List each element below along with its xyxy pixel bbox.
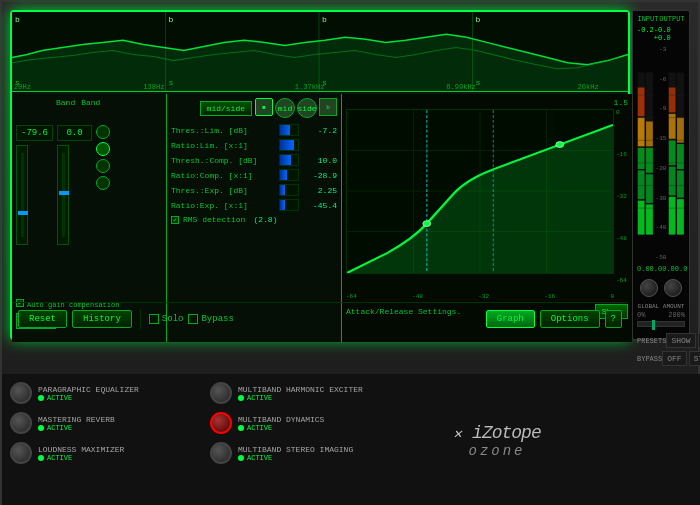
- vu-scale-15: -15: [656, 135, 667, 142]
- all-bands-button[interactable]: ■: [255, 98, 273, 116]
- mb-harmonic-status: ACTIVE: [247, 394, 272, 402]
- help-button[interactable]: ?: [605, 310, 622, 328]
- solo-label: Solo: [162, 314, 184, 324]
- mb-stereo-knob[interactable]: [210, 442, 232, 464]
- b-button[interactable]: b: [319, 98, 337, 116]
- param-bar-5[interactable]: [279, 184, 299, 196]
- vu-bars-container: -3 -6 -9 -15 -20 -30 -40 -50: [637, 46, 685, 261]
- param-label-6: Ratio:Exp. [x:1]: [171, 201, 276, 210]
- module-paragraphic-eq: PARAGRAPHIC EQUALIZER ACTIVE: [10, 382, 194, 404]
- compression-graph: [346, 109, 614, 274]
- param-bar-4[interactable]: [279, 169, 299, 181]
- global-amount-slider[interactable]: [637, 321, 685, 327]
- mb-harmonic-knob[interactable]: [210, 382, 232, 404]
- band-gain-slider[interactable]: [57, 145, 69, 245]
- param-row-comp-ratio: Ratio:Comp. [x:1] -28.9: [171, 169, 337, 181]
- spectrum-top: b b b b s s s s 20Hz 138Hz 1.37kHz 6.99k: [12, 12, 628, 92]
- loudness-max-knob[interactable]: [10, 442, 32, 464]
- param-label-3: Thresh.:Comp. [dB]: [171, 156, 276, 165]
- vu-knob-2[interactable]: [664, 279, 682, 297]
- izotope-brand: iZotope: [472, 423, 541, 443]
- vu-bottom-4: 0.0: [675, 265, 688, 273]
- history-button[interactable]: History: [72, 310, 132, 328]
- param-value-1: -7.2: [302, 126, 337, 135]
- stereo-button[interactable]: STEREO: [689, 351, 700, 366]
- param-bar-1[interactable]: [279, 124, 299, 136]
- paragraphic-eq-label: PARAGRAPHIC EQUALIZER: [38, 385, 139, 394]
- svg-rect-32: [638, 170, 645, 199]
- db-label-0: 0: [616, 109, 628, 116]
- rms-checkbox[interactable]: ✓: [171, 216, 179, 224]
- param-label-2: Ratio:Lim. [x:1]: [171, 141, 276, 150]
- izotope-logo: ✕ iZotope ozone: [422, 374, 572, 505]
- right-panel-bottom: [572, 374, 700, 505]
- db-bottom-48: -48: [412, 293, 423, 300]
- mb-stereo-status: ACTIVE: [247, 454, 272, 462]
- svg-rect-34: [638, 118, 645, 147]
- bypass-off-button[interactable]: OFF: [662, 351, 686, 366]
- presets-label: PRESETS: [637, 337, 666, 345]
- mastering-reverb-status: ACTIVE: [47, 424, 72, 432]
- svg-text:6.99kHz: 6.99kHz: [446, 83, 476, 91]
- param-value-6: -45.4: [302, 201, 337, 210]
- vu-scale-9: -9: [656, 105, 667, 112]
- vu-scale-40: -40: [656, 224, 667, 231]
- svg-rect-31: [638, 201, 645, 235]
- svg-rect-49: [669, 197, 676, 235]
- band-4-selector[interactable]: [96, 176, 110, 190]
- graph-button[interactable]: Graph: [486, 310, 535, 328]
- paragraphic-eq-knob[interactable]: [10, 382, 32, 404]
- comp-graph-svg: [347, 110, 613, 273]
- band-2-selector[interactable]: [96, 142, 110, 156]
- db-label-64: -64: [616, 277, 628, 284]
- db-label-16: -16: [616, 151, 628, 158]
- db-label-48: -48: [616, 235, 628, 242]
- svg-rect-33: [638, 148, 645, 169]
- side-button[interactable]: side: [297, 98, 317, 118]
- loudness-max-label: LOUDNESS MAXIMIZER: [38, 445, 124, 454]
- vu-bottom-3: 0.0: [662, 265, 675, 273]
- band-mix-slider[interactable]: [16, 145, 28, 245]
- param-row-lim-ratio: Ratio:Lim. [x:1]: [171, 139, 337, 151]
- mb-dynamics-status: ACTIVE: [247, 424, 272, 432]
- param-label-4: Ratio:Comp. [x:1]: [171, 171, 276, 180]
- vu-knob-1[interactable]: [640, 279, 658, 297]
- param-bar-2[interactable]: [279, 139, 299, 151]
- db-label-32: -32: [616, 193, 628, 200]
- options-button[interactable]: Options: [540, 310, 600, 328]
- show-button-panel[interactable]: SHOW: [666, 333, 695, 348]
- param-bar-3[interactable]: [279, 154, 299, 166]
- svg-point-27: [423, 221, 431, 227]
- param-bar-6[interactable]: [279, 199, 299, 211]
- band-header: Band Band: [16, 98, 162, 107]
- svg-point-28: [556, 142, 564, 148]
- mb-dynamics-knob[interactable]: [210, 412, 232, 434]
- svg-rect-51: [669, 140, 676, 165]
- db-bottom-32: -32: [478, 293, 489, 300]
- band-3-selector[interactable]: [96, 159, 110, 173]
- mid-button[interactable]: mid: [275, 98, 295, 118]
- solo-check: Solo: [149, 314, 184, 324]
- module-mastering-reverb: MASTERING REVERB ACTIVE: [10, 412, 194, 434]
- band-gain-label: Band: [81, 98, 100, 107]
- param-value-5: 2.25: [302, 186, 337, 195]
- svg-text:20Hz: 20Hz: [14, 83, 31, 91]
- module-mb-dynamics: MULTIBAND DYNAMICS ACTIVE: [210, 412, 414, 434]
- output-value: -0.0 +0.0: [654, 26, 685, 42]
- vu-meter-panel: INPUT OUTPUT -0.2 -0.0 +0.0: [632, 10, 690, 340]
- vu-scale-50: -50: [656, 254, 667, 261]
- solo-checkbox[interactable]: [149, 314, 159, 324]
- mid-side-button[interactable]: mid/side: [200, 101, 252, 116]
- bypass-checkbox[interactable]: [188, 314, 198, 324]
- mastering-reverb-label: MASTERING REVERB: [38, 415, 115, 424]
- vu-scale-20: -20: [656, 165, 667, 172]
- rms-row: ✓ RMS detection (2.8): [171, 215, 337, 224]
- band-1-selector[interactable]: [96, 125, 110, 139]
- mastering-reverb-knob[interactable]: [10, 412, 32, 434]
- svg-rect-57: [677, 144, 684, 169]
- screen-area: b b b b s s s s 20Hz 138Hz 1.37kHz 6.99k: [10, 10, 630, 340]
- reset-button[interactable]: Reset: [18, 310, 67, 328]
- vu-bottom-2: 0.0: [650, 265, 663, 273]
- param-row-comp-thres: Thresh.:Comp. [dB] 10.0: [171, 154, 337, 166]
- svg-rect-58: [677, 118, 684, 143]
